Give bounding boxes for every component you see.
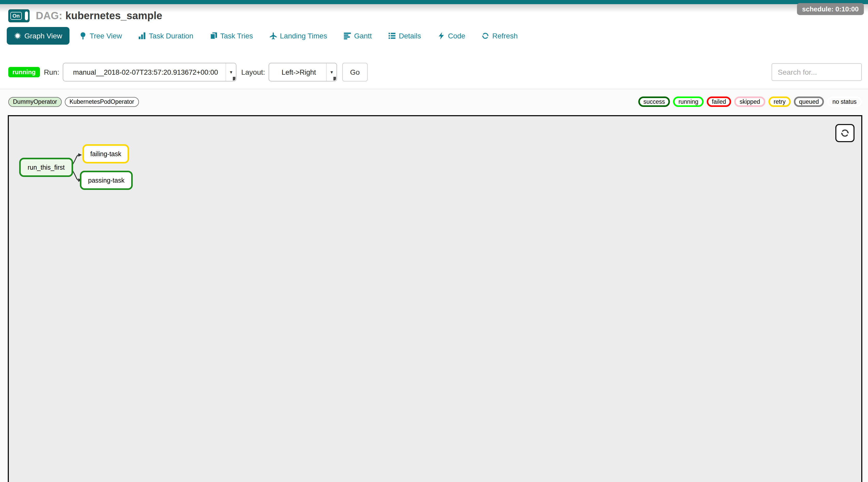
dag-name: kubernetes_sample	[65, 10, 162, 22]
layout-label: Layout:	[241, 68, 265, 76]
node-label: passing-task	[88, 177, 124, 184]
dag-on-toggle[interactable]: On	[8, 9, 30, 22]
tree-icon	[79, 32, 87, 39]
chevron-down-icon: ▼	[225, 63, 236, 81]
status-badge-running: running	[673, 96, 704, 107]
top-navbar-strip	[0, 0, 868, 4]
run-select[interactable]: manual__2018-02-07T23:57:20.913672+00:00…	[63, 63, 237, 82]
status-badge-queued: queued	[794, 96, 824, 107]
tab-label: Refresh	[492, 32, 518, 40]
tab-label: Gantt	[354, 32, 372, 40]
tab-code[interactable]: Code	[438, 32, 465, 40]
tab-label: Graph View	[24, 32, 62, 40]
graph-refresh-button[interactable]	[835, 124, 855, 142]
bolt-icon	[438, 32, 445, 39]
tab-label: Task Duration	[149, 32, 193, 40]
bar-chart-icon	[138, 32, 146, 39]
search-input[interactable]	[772, 63, 862, 81]
node-label: run_this_first	[28, 164, 65, 171]
chevron-down-icon: ▼	[326, 63, 337, 81]
tab-refresh[interactable]: Refresh	[482, 32, 518, 40]
status-badge-skipped: skipped	[735, 96, 765, 107]
status-badge-no-status: no status	[827, 96, 862, 107]
tab-task-tries[interactable]: Task Tries	[210, 32, 253, 40]
page-title: DAG: kubernetes_sample	[36, 10, 162, 22]
refresh-icon	[840, 129, 849, 138]
align-left-icon	[344, 32, 351, 39]
tab-details[interactable]: Details	[389, 32, 421, 40]
content-area: DummyOperator KubernetesPodOperator succ…	[0, 89, 868, 482]
tab-label: Code	[448, 32, 465, 40]
tab-label: Task Tries	[220, 32, 253, 40]
tab-label: Landing Times	[280, 32, 327, 40]
graph-panel[interactable]: run_this_first failing-task passing-task	[8, 115, 862, 482]
operator-badge-kubernetespod: KubernetesPodOperator	[65, 97, 139, 107]
legend-row: DummyOperator KubernetesPodOperator succ…	[8, 96, 862, 107]
node-label: failing-task	[90, 150, 121, 157]
view-tabs: Graph View Tree View Task Duration Task …	[7, 27, 534, 44]
layout-select[interactable]: Left->Right ▼	[269, 63, 337, 82]
tab-gantt[interactable]: Gantt	[344, 32, 372, 40]
dag-node-run_this_first[interactable]: run_this_first	[19, 158, 73, 177]
run-controls-row: running Run: manual__2018-02-07T23:57:20…	[8, 62, 862, 82]
layout-select-value: Left->Right	[276, 68, 330, 76]
status-badge-retry: retry	[769, 96, 791, 107]
tab-tree-view[interactable]: Tree View	[79, 32, 122, 40]
run-state-badge: running	[8, 67, 40, 77]
title-prefix: DAG:	[36, 10, 62, 22]
plane-icon	[270, 32, 277, 39]
operator-badge-dummy: DummyOperator	[8, 97, 62, 107]
toggle-on-label: On	[10, 12, 22, 20]
run-select-value: manual__2018-02-07T23:57:20.913672+00:00	[68, 68, 231, 76]
sunburst-icon	[14, 32, 21, 39]
dag-node-passing-task[interactable]: passing-task	[80, 171, 133, 190]
files-icon	[210, 32, 217, 39]
status-legend: success running failed skipped retry que…	[638, 96, 862, 107]
status-badge-failed: failed	[707, 96, 732, 107]
tab-label: Details	[399, 32, 421, 40]
tab-landing-times[interactable]: Landing Times	[270, 32, 327, 40]
tab-task-duration[interactable]: Task Duration	[138, 32, 193, 40]
schedule-badge: schedule: 0:10:00	[797, 3, 864, 15]
go-button[interactable]: Go	[342, 63, 367, 82]
toggle-knob	[25, 11, 28, 20]
dag-node-failing-task[interactable]: failing-task	[83, 144, 129, 163]
list-icon	[389, 32, 396, 39]
refresh-icon	[482, 32, 489, 39]
tab-label: Tree View	[90, 32, 122, 40]
tab-graph-view[interactable]: Graph View	[7, 27, 69, 44]
title-row: On DAG: kubernetes_sample	[8, 9, 162, 22]
run-label: Run:	[44, 68, 59, 76]
airflow-dag-page: schedule: 0:10:00 On DAG: kubernetes_sam…	[0, 0, 868, 482]
status-badge-success: success	[638, 96, 670, 107]
